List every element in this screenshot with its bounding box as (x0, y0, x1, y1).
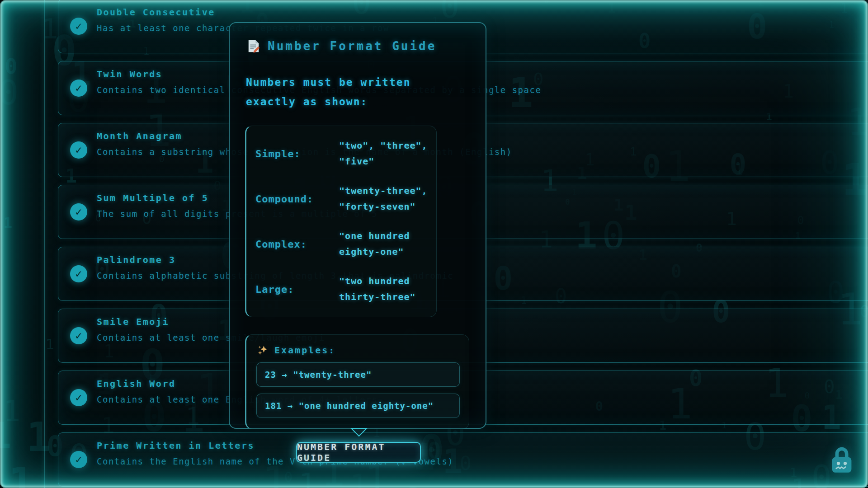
matrix-digit: 0 (0, 76, 19, 110)
check-icon: ✓ (70, 327, 87, 344)
hacker-rules-screen: 1111100111110011001011101100100010101110… (0, 0, 868, 488)
check-icon: ✓ (70, 141, 87, 159)
matrix-digit: 1 (3, 216, 12, 230)
sparkles-icon (257, 345, 268, 356)
format-label: Complex: (255, 239, 339, 250)
rule-desc: Contains the English name of the V-th pr… (97, 456, 868, 466)
memo-icon (247, 39, 260, 53)
lock-face-icon (830, 446, 854, 474)
format-row-complex: Complex: "one hundred eighty-one" (255, 228, 430, 260)
format-value: "two hundred thirty-three" (339, 273, 430, 305)
number-format-guide-button[interactable]: NUMBER FORMAT GUIDE (296, 442, 421, 463)
tooltip-header: Number Format Guide (247, 39, 470, 53)
check-icon: ✓ (70, 80, 87, 97)
check-icon: ✓ (70, 18, 87, 35)
example-item: 23 → "twenty-three" (256, 362, 460, 387)
format-row-simple: Simple: "two", "three", "five" (255, 138, 430, 169)
format-label: Compound: (255, 193, 339, 205)
tooltip-arrow-icon (350, 428, 368, 437)
check-icon: ✓ (70, 203, 87, 221)
examples-label: Examples: (274, 345, 335, 356)
examples-section: Examples: 23 → "twenty-three" 181 → "one… (245, 334, 469, 429)
left-edge-line (44, 0, 45, 488)
check-icon: ✓ (70, 265, 87, 282)
format-row-compound: Compound: "twenty-three", "forty-seven" (255, 183, 430, 215)
format-value: "two", "three", "five" (339, 138, 430, 169)
example-item: 181 → "one hundred eighty-one" (256, 394, 460, 418)
tooltip-heading: Numbers must be written exactly as shown… (246, 73, 464, 111)
tooltip-title: Number Format Guide (268, 39, 436, 53)
matrix-digit: 1 (0, 418, 11, 454)
format-value: "twenty-three", "forty-seven" (339, 183, 430, 215)
rule-title: Prime Written in Letters (97, 440, 868, 451)
rule-title: Double Consecutive (97, 7, 868, 18)
examples-header: Examples: (257, 345, 460, 356)
matrix-digit: 1 (8, 462, 34, 488)
format-row-large: Large: "two hundred thirty-three" (255, 273, 430, 305)
matrix-digit: 1 (26, 418, 50, 458)
check-icon: ✓ (70, 451, 87, 468)
number-format-tooltip: Number Format Guide Numbers must be writ… (229, 22, 486, 429)
format-value: "one hundred eighty-one" (339, 228, 430, 260)
check-icon: ✓ (70, 389, 87, 406)
format-table: Simple: "two", "three", "five" Compound:… (245, 126, 437, 317)
format-label: Large: (255, 284, 339, 295)
rule-card-prime-written-in-letters: ✓ Prime Written in Letters Contains the … (58, 432, 868, 487)
format-label: Simple: (255, 148, 339, 160)
matrix-digit: 1 (46, 337, 54, 352)
